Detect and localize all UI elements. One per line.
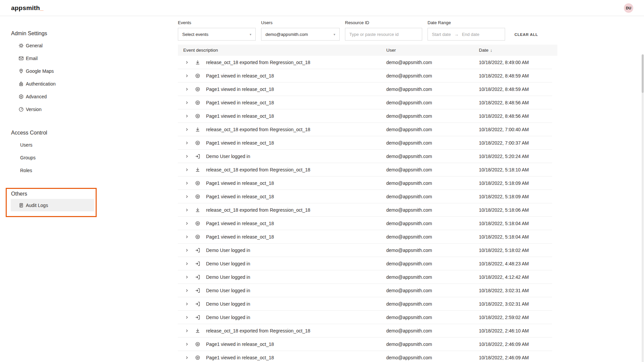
table-row[interactable]: Demo User logged in demo@appsmith.com 10… [178,284,552,297]
scrollbar-track[interactable] [642,93,644,362]
table-row[interactable]: Page1 viewed in release_oct_18 demo@apps… [178,351,552,362]
event-description: release_oct_18 exported from Regression_… [202,127,310,132]
sidebar-item-advanced[interactable]: Advanced [11,90,94,103]
resource-id-input[interactable] [349,32,418,37]
view-icon [195,73,200,79]
chevron-right-icon[interactable] [185,342,189,347]
user-avatar[interactable]: DU [624,3,633,13]
event-date: 10/18/2022, 7:00:37 AM [479,140,552,146]
chevron-right-icon[interactable] [185,234,189,240]
table-row[interactable]: Page1 viewed in release_oct_18 demo@apps… [178,136,552,150]
column-header-date[interactable]: Date ↓ [479,48,557,53]
event-date: 10/18/2022, 8:48:56 AM [479,113,552,119]
sidebar-item-audit-logs[interactable]: Audit Logs [11,199,94,211]
chevron-right-icon[interactable] [185,248,189,253]
event-user: demo@appsmith.com [386,315,479,320]
event-date: 10/18/2022, 5:18:04 AM [479,221,552,226]
sidebar-item-label: Google Maps [26,68,54,74]
chevron-right-icon[interactable] [185,328,189,333]
sidebar-item-users[interactable]: Users [11,139,94,151]
chevron-right-icon[interactable] [185,154,189,159]
chevron-right-icon[interactable] [185,87,189,92]
event-description: Demo User logged in [202,301,250,307]
start-date-placeholder[interactable]: Start date [432,32,451,37]
table-row[interactable]: Page1 viewed in release_oct_18 demo@apps… [178,230,552,244]
event-user: demo@appsmith.com [386,328,479,333]
event-description: Demo User logged in [202,261,250,266]
users-select[interactable]: demo@appsmith.com ▾ [261,28,340,41]
event-description: Page1 viewed in release_oct_18 [202,342,274,347]
event-user: demo@appsmith.com [386,60,479,65]
table-row[interactable]: Page1 viewed in release_oct_18 demo@apps… [178,109,552,123]
event-user: demo@appsmith.com [386,234,479,240]
table-row[interactable]: Demo User logged in demo@appsmith.com 10… [178,270,552,284]
table-row[interactable]: Demo User logged in demo@appsmith.com 10… [178,244,552,257]
table-row[interactable]: Page1 viewed in release_oct_18 demo@apps… [178,176,552,190]
table-row[interactable]: release_oct_18 exported from Regression_… [178,123,552,136]
sidebar-item-google-maps[interactable]: Google Maps [11,65,94,77]
event-user: demo@appsmith.com [386,207,479,213]
event-user: demo@appsmith.com [386,274,479,280]
table-row[interactable]: release_oct_18 exported from Regression_… [178,56,552,69]
event-description: release_oct_18 exported from Regression_… [202,167,310,172]
table-row[interactable]: Page1 viewed in release_oct_18 demo@apps… [178,83,552,96]
event-date: 10/18/2022, 7:00:40 AM [479,127,552,132]
table-row[interactable]: Page1 viewed in release_oct_18 demo@apps… [178,69,552,83]
events-select[interactable]: Select events ▾ [178,28,256,41]
audit-logs-page: appsmith_ DU Admin Settings General Emai… [0,0,644,362]
table-row[interactable]: Demo User logged in demo@appsmith.com 10… [178,311,552,324]
logo-cursor-accent: _ [40,4,44,11]
table-row[interactable]: Page1 viewed in release_oct_18 demo@apps… [178,96,552,109]
chevron-right-icon[interactable] [185,167,189,172]
chevron-right-icon[interactable] [185,301,189,307]
chevron-right-icon[interactable] [185,113,189,119]
sidebar-item-general[interactable]: General [11,39,94,52]
table-row[interactable]: Demo User logged in demo@appsmith.com 10… [178,150,552,163]
table-row[interactable]: Page1 viewed in release_oct_18 demo@apps… [178,217,552,230]
chevron-right-icon[interactable] [185,73,189,79]
event-user: demo@appsmith.com [386,167,479,172]
sidebar-item-version[interactable]: Version [11,103,94,116]
admin-settings-heading: Admin Settings [11,31,47,37]
chevron-right-icon[interactable] [185,315,189,320]
chevron-right-icon[interactable] [185,140,189,146]
lock-icon [18,81,24,87]
sidebar-item-label: General [26,43,43,48]
end-date-placeholder[interactable]: End date [462,32,479,37]
appsmith-logo[interactable]: appsmith_ [11,4,44,12]
table-row[interactable]: Page1 viewed in release_oct_18 demo@apps… [178,190,552,203]
chevron-right-icon[interactable] [185,274,189,280]
scrollbar-thumb[interactable] [642,54,644,93]
event-date: 10/18/2022, 5:20:24 AM [479,154,552,159]
chevron-right-icon[interactable] [185,221,189,226]
chevron-right-icon[interactable] [185,355,189,360]
table-row[interactable]: release_oct_18 exported from Regression_… [178,203,552,217]
event-user: demo@appsmith.com [386,221,479,226]
sidebar-item-roles[interactable]: Roles [11,164,94,177]
sidebar-item-authentication[interactable]: Authentication [11,77,94,90]
chevron-right-icon[interactable] [185,207,189,213]
chevron-right-icon[interactable] [185,100,189,105]
chevron-right-icon[interactable] [185,180,189,186]
chevron-right-icon[interactable] [185,261,189,266]
sidebar-item-label: Version [26,107,42,112]
sidebar-item-groups[interactable]: Groups [11,151,94,164]
event-description: Demo User logged in [202,248,250,253]
date-range-field[interactable]: Start date → End date [428,28,505,41]
chevron-right-icon[interactable] [185,127,189,132]
chevron-right-icon[interactable] [185,288,189,293]
sidebar-item-email[interactable]: Email [11,52,94,65]
event-user: demo@appsmith.com [386,180,479,186]
chevron-right-icon[interactable] [185,60,189,65]
event-date: 10/18/2022, 5:18:02 AM [479,248,552,253]
audit-logs-icon [18,203,24,208]
view-icon [195,342,200,347]
chevron-right-icon[interactable] [185,194,189,199]
clear-all-button[interactable]: CLEAR ALL [514,33,538,37]
sidebar-item-label: Audit Logs [26,203,48,208]
table-row[interactable]: Demo User logged in demo@appsmith.com 10… [178,257,552,270]
table-row[interactable]: Page1 viewed in release_oct_18 demo@apps… [178,338,552,351]
table-row[interactable]: release_oct_18 exported from Regression_… [178,324,552,338]
table-row[interactable]: Demo User logged in demo@appsmith.com 10… [178,297,552,311]
table-row[interactable]: release_oct_18 exported from Regression_… [178,163,552,176]
